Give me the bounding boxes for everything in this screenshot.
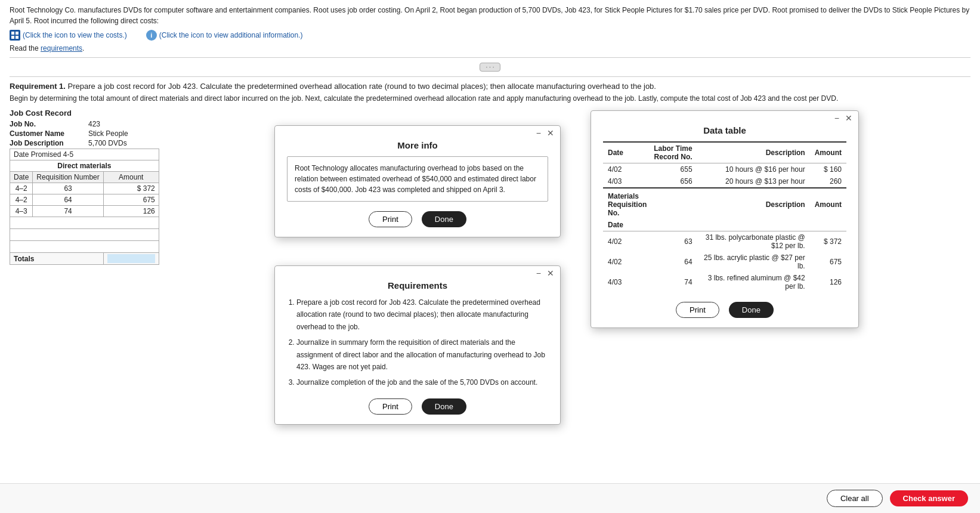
labor-amount-header: Amount (810, 142, 846, 163)
requirements-modal: − ✕ Requirements Prepare a job cost reco… (274, 265, 561, 276)
materials-section-header: MaterialsRequisitionNo. Description Amou… (603, 188, 846, 219)
mat-row3-desc: 3 lbs. refined aluminum @ $42 per lb. (697, 272, 810, 276)
data-table-close-button[interactable]: ✕ (844, 113, 854, 123)
svg-rect-1 (16, 32, 18, 35)
labor-row2-record: 656 (628, 175, 697, 188)
labor-row-1: 4/02 655 10 hours @ $16 per hour $ 160 (603, 163, 846, 176)
info-circle-icon: i (146, 30, 157, 41)
table-row (10, 229, 159, 241)
row1-date: 4–2 (10, 183, 33, 194)
begin-text: Begin by determining the total amount of… (10, 94, 970, 103)
labor-row2-date: 4/03 (603, 175, 628, 188)
mat-row1-req: 63 (628, 231, 697, 252)
row2-amount: 675 (103, 194, 159, 206)
row2-req: 64 (33, 194, 103, 206)
mat-row2-desc: 25 lbs. acrylic plastic @ $27 per lb. (697, 252, 810, 272)
materials-date-sub: Date (603, 219, 628, 231)
mat-row1-amount: $ 372 (810, 231, 846, 252)
customer-name-label: Customer Name (10, 129, 87, 138)
totals-input-cell[interactable] (103, 253, 159, 265)
costs-icon-link[interactable]: (Click the icon to view the costs.) (10, 30, 127, 41)
table-row: 4–2 63 $ 372 (10, 183, 159, 194)
materials-row-2: 4/02 64 25 lbs. acrylic plastic @ $27 pe… (603, 252, 846, 272)
requirement-title: Requirement 1. Prepare a job cost record… (10, 82, 970, 91)
date-col-header: Date (10, 172, 33, 183)
section-divider-2 (10, 76, 970, 77)
mat-row1-desc: 31 lbs. polycarbonate plastic @ $12 per … (697, 231, 810, 252)
date-promised-cell: Date Promised 4-5 (10, 149, 159, 160)
amount-col-header: Amount (103, 172, 159, 183)
labor-record-no-header: Labor Time Record No. (628, 142, 697, 163)
job-cost-table: Date Promised 4-5 Direct materials Date … (10, 149, 159, 265)
info-icon-link[interactable]: i (Click the icon to view additional inf… (146, 30, 303, 41)
data-table-titlebar: − ✕ (591, 111, 858, 125)
row3-req: 74 (33, 206, 103, 217)
materials-sub-header: Date (603, 219, 846, 231)
read-requirements-text: Read the requirements. (10, 44, 970, 52)
requirements-titlebar: − ✕ (275, 266, 560, 276)
collapse-handle-button[interactable]: · · · (480, 63, 501, 72)
totals-label: Totals (10, 253, 104, 265)
labor-row1-amount: $ 160 (810, 163, 846, 176)
row2-date: 4–2 (10, 194, 33, 206)
labor-row1-date: 4/02 (603, 163, 628, 176)
row3-date: 4–3 (10, 206, 33, 217)
section-divider (10, 57, 970, 58)
materials-amount-header: Amount (810, 188, 846, 219)
mat-row1-date: 4/02 (603, 231, 628, 252)
requirements-minimize-button[interactable]: − (535, 268, 542, 276)
more-info-print-button[interactable]: Print (369, 211, 412, 227)
info-icon-label: (Click the icon to view additional infor… (159, 31, 303, 39)
row1-amount: $ 372 (103, 183, 159, 194)
labor-row1-record: 655 (628, 163, 697, 176)
labor-date-header: Date (603, 142, 628, 163)
data-table-modal: − ✕ Data table Date Labor Time Record No… (591, 110, 859, 276)
labor-row2-desc: 20 hours @ $13 per hour (697, 175, 810, 188)
costs-icon-label: (Click the icon to view the costs.) (23, 31, 127, 39)
table-row: 4–3 74 126 (10, 206, 159, 217)
mat-row3-date: 4/03 (603, 272, 628, 276)
data-table-title: Data table (591, 125, 858, 135)
mat-row2-amount: 675 (810, 252, 846, 272)
req-num-col-header: Requisition Number (33, 172, 103, 183)
svg-rect-2 (11, 36, 14, 39)
more-info-done-button[interactable]: Done (422, 211, 466, 227)
requirements-close-button[interactable]: ✕ (546, 268, 555, 276)
svg-rect-3 (16, 36, 18, 39)
table-row (10, 241, 159, 253)
row3-amount: 126 (103, 206, 159, 217)
totals-input[interactable] (107, 254, 155, 263)
mat-row3-req: 74 (628, 272, 697, 276)
row1-req: 63 (33, 183, 103, 194)
table-row: 4–2 64 675 (10, 194, 159, 206)
mat-row2-req: 64 (628, 252, 697, 272)
requirements-link[interactable]: requirements (41, 44, 82, 52)
data-table-minimize-button[interactable]: − (833, 113, 840, 123)
job-desc-label: Job Description (10, 139, 87, 147)
intro-text: Root Technology Co. manufactures DVDs fo… (10, 5, 970, 26)
more-info-modal: − ✕ More info Root Technology allocates … (274, 125, 561, 237)
grid-icon (10, 30, 20, 41)
more-info-titlebar: − ✕ (275, 126, 560, 140)
labor-row-2: 4/03 656 20 hours @ $13 per hour 260 (603, 175, 846, 188)
table-row (10, 217, 159, 229)
job-no-label: Job No. (10, 120, 87, 128)
totals-row: Totals (10, 253, 159, 265)
data-table-labor: Date Labor Time Record No. Description A… (603, 141, 846, 276)
more-info-title: More info (275, 140, 560, 150)
labor-desc-header: Description (697, 142, 810, 163)
mat-row2-date: 4/02 (603, 252, 628, 272)
materials-row-3: 4/03 74 3 lbs. refined aluminum @ $42 pe… (603, 272, 846, 276)
labor-row1-desc: 10 hours @ $16 per hour (697, 163, 810, 176)
more-info-close-button[interactable]: ✕ (546, 128, 555, 138)
materials-desc-header: Description (697, 188, 810, 219)
direct-materials-header: Direct materials (10, 160, 159, 172)
labor-row2-amount: 260 (810, 175, 846, 188)
materials-row-1: 4/02 63 31 lbs. polycarbonate plastic @ … (603, 231, 846, 252)
more-info-body: Root Technology allocates manufacturing … (287, 156, 548, 202)
svg-rect-0 (11, 32, 14, 35)
mat-row3-amount: 126 (810, 272, 846, 276)
more-info-minimize-button[interactable]: − (535, 128, 542, 138)
